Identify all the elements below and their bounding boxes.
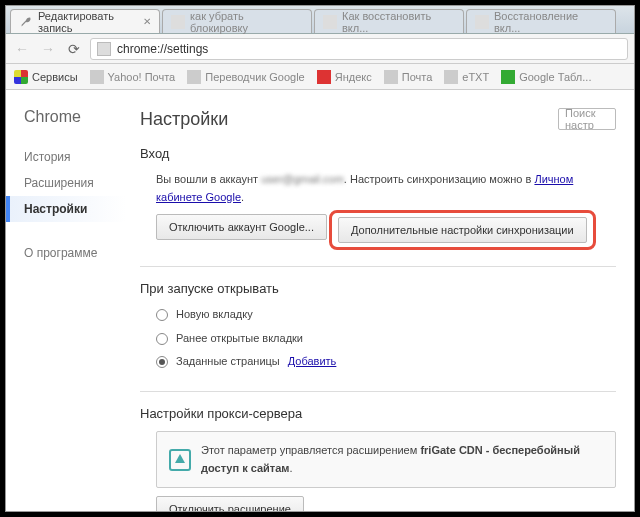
disable-extension-button[interactable]: Отключить расширение (156, 496, 304, 511)
section-heading: Вход (140, 146, 616, 161)
section-heading: Настройки прокси-сервера (140, 406, 616, 421)
login-text: Вы вошли в аккаунт user@gmail.com. Настр… (156, 171, 616, 206)
account-email: user@gmail.com (261, 173, 344, 185)
startup-option-continue[interactable]: Ранее открытые вкладки (156, 330, 616, 348)
disconnect-google-button[interactable]: Отключить аккаунт Google... (156, 214, 327, 240)
forward-button[interactable]: → (38, 39, 58, 59)
favicon-icon (90, 70, 104, 84)
nav-toolbar: ← → ⟳ chrome://settings (6, 34, 634, 64)
browser-tab-active[interactable]: Редактировать запись ✕ (10, 9, 160, 33)
advanced-sync-settings-button[interactable]: Дополнительные настройки синхронизации (338, 217, 587, 243)
wrench-icon (19, 15, 33, 29)
section-heading: При запуске открывать (140, 281, 616, 296)
radio-icon (156, 309, 168, 321)
reload-button[interactable]: ⟳ (64, 39, 84, 59)
bookmark-item[interactable]: Почта (384, 70, 433, 84)
divider (140, 391, 616, 392)
favicon-icon (317, 70, 331, 84)
divider (140, 266, 616, 267)
proxy-info-box: Этот параметр управляется расширением fr… (156, 431, 616, 488)
bookmarks-bar: Сервисы Yahoo! Почта Переводчик Google Я… (6, 64, 634, 90)
favicon-icon (171, 15, 185, 29)
sidebar-brand: Chrome (24, 108, 126, 126)
favicon-icon (444, 70, 458, 84)
tab-label: Редактировать запись (38, 10, 135, 34)
extension-icon (169, 449, 191, 471)
sidebar-item-settings[interactable]: Настройки (6, 196, 126, 222)
sidebar-item-extensions[interactable]: Расширения (24, 170, 126, 196)
bookmark-item[interactable]: eTXT (444, 70, 489, 84)
sidebar-item-history[interactable]: История (24, 144, 126, 170)
section-login: Вход Вы вошли в аккаунт user@gmail.com. … (140, 146, 616, 246)
favicon-icon (384, 70, 398, 84)
bookmark-item[interactable]: Google Табл... (501, 70, 591, 84)
radio-checked-icon (156, 356, 168, 368)
tab-bar: Редактировать запись ✕ как убрать блокир… (6, 6, 634, 34)
add-pages-link[interactable]: Добавить (288, 353, 337, 371)
close-icon[interactable]: ✕ (143, 16, 151, 27)
section-proxy: Настройки прокси-сервера Этот параметр у… (140, 406, 616, 511)
settings-main: Настройки Поиск настр Вход Вы вошли в ак… (126, 90, 634, 511)
search-settings-input[interactable]: Поиск настр (558, 108, 616, 130)
back-button[interactable]: ← (12, 39, 32, 59)
page-header: Настройки Поиск настр (140, 108, 616, 130)
radio-icon (156, 333, 168, 345)
apps-button[interactable]: Сервисы (14, 70, 78, 84)
section-startup: При запуске открывать Новую вкладку Ране… (140, 281, 616, 371)
url-text: chrome://settings (117, 42, 208, 56)
startup-option-newtab[interactable]: Новую вкладку (156, 306, 616, 324)
favicon-icon (323, 15, 337, 29)
browser-tab[interactable]: Восстановление вкл... (466, 9, 616, 33)
page-icon (97, 42, 111, 56)
sidebar-item-about[interactable]: О программе (24, 240, 126, 266)
favicon-icon (187, 70, 201, 84)
startup-option-pages[interactable]: Заданные страницы Добавить (156, 353, 616, 371)
favicon-icon (475, 15, 489, 29)
settings-content: Chrome История Расширения Настройки О пр… (6, 90, 634, 511)
omnibox[interactable]: chrome://settings (90, 38, 628, 60)
browser-tab[interactable]: как убрать блокировку (162, 9, 312, 33)
apps-icon (14, 70, 28, 84)
favicon-icon (501, 70, 515, 84)
browser-tab[interactable]: Как восстановить вкл... (314, 9, 464, 33)
bookmark-item[interactable]: Яндекс (317, 70, 372, 84)
bookmark-item[interactable]: Yahoo! Почта (90, 70, 176, 84)
highlight-annotation: Дополнительные настройки синхронизации (329, 210, 596, 250)
bookmark-item[interactable]: Переводчик Google (187, 70, 305, 84)
page-title: Настройки (140, 109, 228, 130)
sidebar: Chrome История Расширения Настройки О пр… (6, 90, 126, 511)
proxy-info-text: Этот параметр управляется расширением fr… (201, 442, 603, 477)
